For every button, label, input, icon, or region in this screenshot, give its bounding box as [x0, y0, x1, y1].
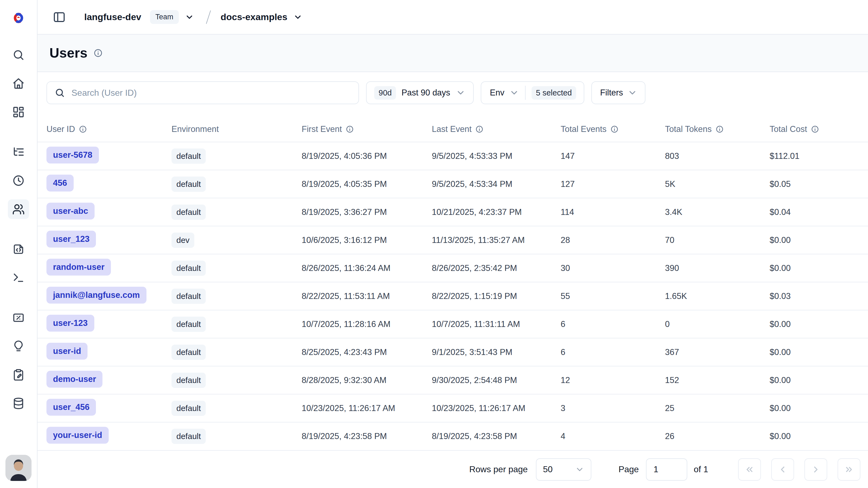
column-header-label: Total Cost [770, 124, 807, 134]
environment-badge: default [172, 205, 206, 220]
table-row[interactable]: random-userdefault8/26/2025, 11:36:24 AM… [37, 254, 868, 282]
total-cost-cell: $0.05 [770, 179, 868, 189]
total-tokens-cell: 5K [665, 179, 770, 189]
sidebar-item-dashboards[interactable] [8, 102, 29, 122]
home-icon [12, 77, 25, 90]
page-label: Page [619, 464, 639, 475]
table-row[interactable]: user_456default10/23/2025, 11:26:17 AM10… [37, 394, 868, 422]
database-icon [12, 397, 25, 410]
org-chevron-down-icon[interactable] [185, 12, 194, 22]
sidebar-item-search[interactable] [8, 45, 29, 65]
user-id-badge[interactable]: user-123 [46, 315, 94, 332]
breadcrumb-separator [206, 10, 211, 24]
column-info-icon[interactable] [811, 125, 819, 133]
page-title: Users [50, 45, 88, 61]
column-info-icon[interactable] [346, 125, 354, 133]
filters-button[interactable]: Filters [591, 81, 645, 104]
rows-per-page-value: 50 [543, 464, 553, 475]
environment-filter-button[interactable]: Env 5 selected [481, 81, 585, 104]
last-event-cell: 9/1/2025, 3:51:43 PM [432, 347, 561, 357]
total-events-cell: 30 [561, 263, 665, 273]
sidebar-item-prompts[interactable] [8, 239, 29, 259]
total-tokens-cell: 152 [665, 375, 770, 385]
table-row[interactable]: demo-userdefault8/28/2025, 9:32:30 AM9/3… [37, 366, 868, 394]
chevrons-right-icon [844, 465, 854, 475]
sidebar-item-tracing[interactable] [8, 142, 29, 162]
column-header: User ID [46, 124, 172, 134]
rows-per-page-select[interactable]: 50 [536, 458, 591, 481]
user-id-badge[interactable]: your-user-id [46, 427, 109, 444]
user-id-badge[interactable]: user-id [46, 343, 88, 360]
user-id-badge[interactable]: 456 [46, 175, 74, 192]
environment-badge: default [172, 289, 206, 304]
pagination-bar: Rows per page 50 Page of 1 [37, 450, 868, 488]
total-events-cell: 55 [561, 291, 665, 301]
sidebar-item-home[interactable] [8, 74, 29, 93]
chevron-down-icon [509, 88, 519, 98]
user-id-badge[interactable]: user-abc [46, 203, 95, 220]
breadcrumb-project[interactable]: docs-examples [221, 12, 287, 22]
total-tokens-cell: 0 [665, 319, 770, 329]
column-info-icon[interactable] [475, 125, 484, 133]
sidebar-toggle-icon[interactable] [51, 9, 67, 25]
table-row[interactable]: your-user-iddefault8/19/2025, 4:23:58 PM… [37, 422, 868, 450]
breadcrumb: langfuse-dev Team docs-examples [84, 10, 303, 24]
first-event-cell: 10/7/2025, 11:28:16 AM [302, 319, 432, 329]
prev-page-button[interactable] [771, 458, 794, 481]
user-id-badge[interactable]: user_456 [46, 399, 96, 415]
user-id-badge[interactable]: user-5678 [46, 147, 99, 164]
table-row[interactable]: user-123default10/7/2025, 11:28:16 AM10/… [37, 310, 868, 338]
first-page-button[interactable] [738, 458, 761, 481]
column-info-icon[interactable] [79, 125, 87, 133]
column-info-icon[interactable] [716, 125, 724, 133]
table-row[interactable]: 456default8/19/2025, 4:05:35 PM9/5/2025,… [37, 170, 868, 198]
user-avatar[interactable] [5, 455, 32, 481]
last-event-cell: 8/22/2025, 1:15:19 PM [432, 291, 561, 301]
table-row[interactable]: user-iddefault8/25/2025, 4:23:43 PM9/1/2… [37, 338, 868, 366]
users-table: User IDEnvironmentFirst EventLast EventT… [37, 117, 868, 450]
first-event-cell: 8/19/2025, 3:36:27 PM [302, 207, 432, 217]
page-info-icon[interactable] [93, 49, 103, 58]
total-cost-cell: $0.00 [770, 347, 868, 357]
user-id-badge[interactable]: demo-user [46, 371, 102, 387]
file-code-icon [12, 243, 25, 255]
sidebar-item-annotation[interactable] [8, 365, 29, 385]
table-row[interactable]: user-5678default8/19/2025, 4:05:36 PM9/5… [37, 142, 868, 170]
first-event-cell: 8/28/2025, 9:32:30 AM [302, 375, 432, 385]
project-chevron-down-icon[interactable] [293, 12, 303, 22]
last-page-button[interactable] [838, 458, 860, 481]
sidebar-item-evaluation[interactable] [8, 337, 29, 356]
time-range-button[interactable]: 90d Past 90 days [366, 81, 474, 104]
breadcrumb-org[interactable]: langfuse-dev [84, 12, 141, 22]
column-header: First Event [302, 124, 432, 134]
total-events-cell: 6 [561, 347, 665, 357]
last-event-cell: 9/5/2025, 4:53:34 PM [432, 179, 561, 189]
column-info-icon[interactable] [610, 125, 619, 133]
column-header-label: Environment [172, 124, 219, 134]
page-number-input[interactable] [646, 458, 687, 481]
sidebar-item-playground[interactable] [8, 268, 29, 288]
user-id-badge[interactable]: jannik@langfuse.com [46, 287, 147, 304]
search-input[interactable] [71, 88, 351, 98]
table-row[interactable]: user-abcdefault8/19/2025, 3:36:27 PM10/2… [37, 198, 868, 226]
table-row[interactable]: jannik@langfuse.comdefault8/22/2025, 11:… [37, 282, 868, 310]
total-cost-cell: $0.04 [770, 207, 868, 217]
next-page-button[interactable] [804, 458, 827, 481]
total-events-cell: 3 [561, 403, 665, 413]
total-tokens-cell: 1.65K [665, 291, 770, 301]
total-events-cell: 28 [561, 235, 665, 245]
chevron-down-icon [627, 88, 637, 98]
user-id-badge[interactable]: user_123 [46, 231, 96, 248]
column-header: Last Event [432, 124, 561, 134]
table-row[interactable]: user_123dev10/6/2025, 3:16:12 PM11/13/20… [37, 226, 868, 254]
sidebar-item-scores[interactable] [8, 308, 29, 327]
sidebar-item-users[interactable] [8, 199, 29, 219]
user-id-badge[interactable]: random-user [46, 259, 111, 276]
column-header-label: Last Event [432, 124, 471, 134]
percent-card-icon [12, 312, 25, 324]
total-cost-cell: $0.00 [770, 431, 868, 441]
chevrons-left-icon [745, 465, 754, 475]
column-header: Environment [172, 124, 302, 134]
sidebar-item-datasets[interactable] [8, 394, 29, 413]
sidebar-item-sessions[interactable] [8, 171, 29, 191]
